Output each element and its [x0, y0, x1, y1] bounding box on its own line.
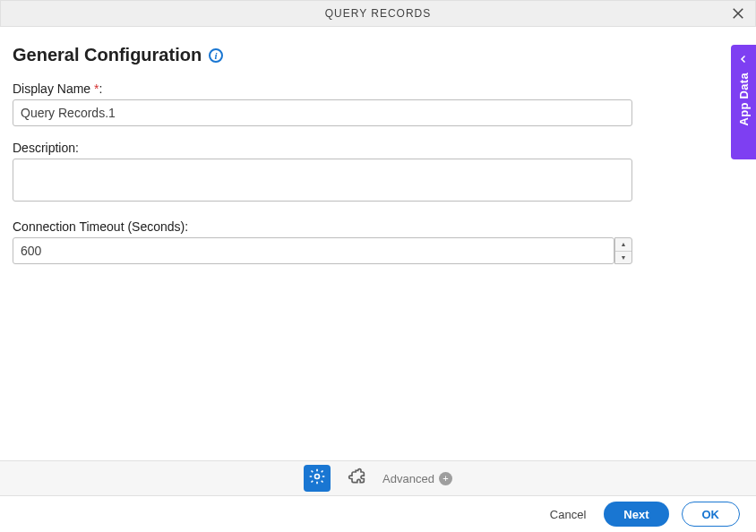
footer-actions: Cancel Next OK [0, 496, 756, 532]
section-title: General Configuration [13, 45, 202, 65]
gear-icon [308, 468, 326, 489]
timeout-field: Connection Timeout (Seconds): ▲ ▼ [13, 219, 743, 264]
stepper-buttons: ▲ ▼ [614, 237, 632, 264]
chevron-left-icon [738, 54, 749, 67]
section-header: General Configuration i [13, 45, 743, 65]
ok-button[interactable]: OK [682, 502, 741, 527]
display-name-input[interactable] [13, 99, 632, 126]
description-input[interactable] [13, 159, 632, 202]
dialog-title: QUERY RECORDS [10, 7, 746, 20]
description-label: Description: [13, 141, 743, 155]
app-data-panel-toggle[interactable]: App Data [731, 45, 756, 159]
svg-point-0 [315, 475, 320, 479]
advanced-label: Advanced [382, 472, 434, 485]
display-name-label-text: Display Name [13, 82, 90, 96]
puzzle-icon [348, 468, 365, 489]
stepper-up-button[interactable]: ▲ [615, 238, 631, 252]
timeout-label: Connection Timeout (Seconds): [13, 219, 743, 234]
display-name-label: Display Name *: [13, 82, 743, 96]
label-colon: : [99, 82, 102, 96]
display-name-field: Display Name *: [13, 82, 743, 126]
stepper-down-button[interactable]: ▼ [615, 252, 631, 264]
tab-general[interactable] [304, 465, 331, 492]
tab-advanced[interactable]: Advanced + [382, 472, 452, 485]
plus-icon: + [439, 472, 452, 485]
tab-bar: Advanced + [0, 460, 756, 496]
description-field: Description: [13, 141, 743, 205]
tab-extension[interactable] [343, 465, 370, 492]
timeout-input[interactable] [13, 237, 614, 264]
title-bar: QUERY RECORDS [0, 0, 756, 27]
cancel-button[interactable]: Cancel [545, 502, 591, 527]
app-data-label: App Data [737, 73, 751, 125]
close-icon[interactable] [730, 5, 746, 21]
content-area: General Configuration i Display Name *: … [0, 27, 756, 460]
info-icon[interactable]: i [209, 48, 223, 63]
timeout-stepper: ▲ ▼ [13, 237, 632, 264]
next-button[interactable]: Next [604, 502, 668, 527]
